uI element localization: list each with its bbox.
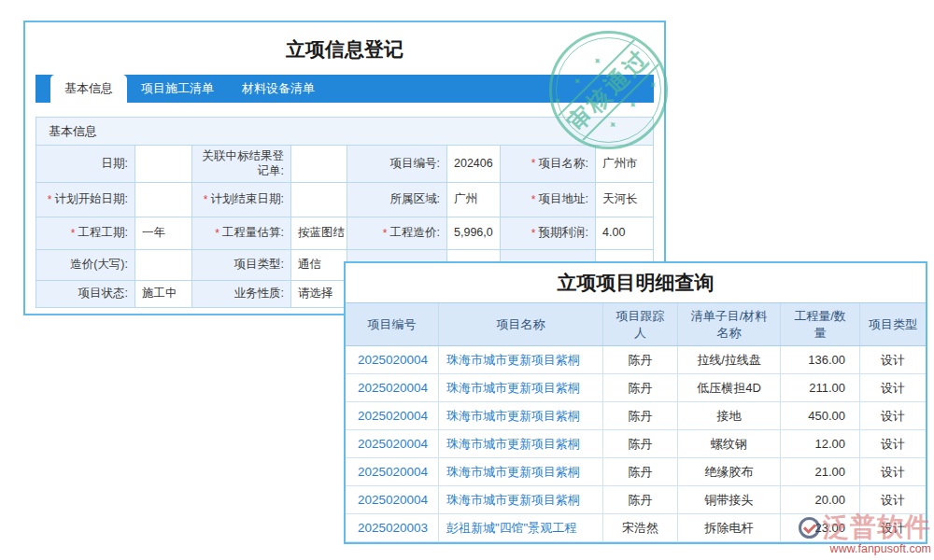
tracker-cell: 陈丹 <box>603 374 678 402</box>
expected-profit-label: *预期利润: <box>501 217 596 250</box>
type-cell: 设计 <box>860 374 926 402</box>
tracker-cell: 陈丹 <box>603 346 678 374</box>
project-code-link[interactable]: 2025020004 <box>346 430 439 458</box>
col-header-item-material: 清单子目/材料名称 <box>678 303 781 345</box>
tab-construction-list[interactable]: 项目施工清单 <box>127 75 228 103</box>
item-cell: 拆除电杆 <box>678 514 781 542</box>
project-address-field[interactable]: 天河长 <box>596 183 653 217</box>
col-header-project-name: 项目名称 <box>439 303 603 345</box>
duration-field[interactable]: 一年 <box>135 217 192 250</box>
project-name-link[interactable]: 珠海市城市更新项目紫桐 <box>439 458 603 486</box>
tracker-cell: 陈丹 <box>603 430 678 458</box>
item-cell: 铜带接头 <box>678 486 781 514</box>
project-code-link[interactable]: 2025020004 <box>346 346 439 374</box>
col-header-project-code: 项目编号 <box>346 303 439 345</box>
table-header-row: 项目编号 项目名称 项目跟踪人 清单子目/材料名称 工程量/数量 项目类型 <box>346 302 926 346</box>
type-cell: 设计 <box>860 430 926 458</box>
col-header-type: 项目类型 <box>860 303 926 345</box>
table-row: 2025020004 珠海市城市更新项目紫桐 陈丹 低压横担4D 211.00 … <box>346 374 926 402</box>
business-nature-label: 业务性质: <box>192 281 291 307</box>
plan-end-date-label: *计划结束日期: <box>192 183 291 217</box>
quantity-cell: 21.00 <box>781 458 860 486</box>
form-row: *计划开始日期: *计划结束日期: 所属区域: 广州 *项目地址: 天河长 <box>36 183 653 217</box>
project-name-link[interactable]: 珠海市城市更新项目紫桐 <box>439 486 603 514</box>
registration-title: 立项信息登记 <box>25 36 664 63</box>
region-label: 所属区域: <box>347 183 447 217</box>
cost-in-words-field[interactable] <box>135 250 192 281</box>
quantity-estimate-field[interactable]: 按蓝图结 <box>291 217 347 250</box>
table-row: 2025020004 珠海市城市更新项目紫桐 陈丹 铜带接头 20.00 设计 <box>346 486 926 514</box>
project-code-link[interactable]: 2025020004 <box>346 486 439 514</box>
item-cell: 接地 <box>678 402 781 430</box>
table-row: 2025020003 彭祖新城"四馆"景观工程 宋浩然 拆除电杆 23.00 设… <box>346 514 926 542</box>
project-status-field[interactable]: 施工中 <box>135 281 192 307</box>
plan-end-date-field[interactable] <box>291 183 347 217</box>
business-nature-select[interactable]: 请选择 <box>291 281 347 307</box>
duration-label: *工程工期: <box>36 217 135 250</box>
tab-bar: 基本信息 项目施工清单 材料设备清单 <box>35 75 654 103</box>
item-cell: 螺纹钢 <box>678 430 781 458</box>
table-row: 2025020004 珠海市城市更新项目紫桐 陈丹 接地 450.00 设计 <box>346 402 926 430</box>
project-code-label: 项目编号: <box>347 146 447 183</box>
quantity-cell: 23.00 <box>781 514 860 542</box>
tab-basic-info[interactable]: 基本信息 <box>50 75 127 103</box>
plan-start-date-field[interactable] <box>135 183 192 217</box>
date-field[interactable] <box>135 146 192 183</box>
tracker-cell: 陈丹 <box>603 458 678 486</box>
type-cell: 设计 <box>860 486 926 514</box>
detail-query-title: 立项项目明细查询 <box>346 263 926 302</box>
project-status-label: 项目状态: <box>36 281 135 307</box>
project-code-link[interactable]: 2025020003 <box>346 514 439 542</box>
project-name-link[interactable]: 彭祖新城"四馆"景观工程 <box>439 514 603 542</box>
tracker-cell: 陈丹 <box>603 486 678 514</box>
project-cost-field[interactable]: 5,996,0 <box>447 217 501 250</box>
plan-start-date-label: *计划开始日期: <box>36 183 135 217</box>
quantity-cell: 136.00 <box>781 346 860 374</box>
project-code-link[interactable]: 2025020004 <box>346 374 439 402</box>
project-name-label: *项目名称: <box>501 146 596 183</box>
item-cell: 绝缘胶布 <box>678 458 781 486</box>
type-cell: 设计 <box>860 458 926 486</box>
type-cell: 设计 <box>860 514 926 542</box>
project-type-field[interactable]: 通信 <box>291 250 347 281</box>
detail-query-panel: 立项项目明细查询 项目编号 项目名称 项目跟踪人 清单子目/材料名称 工程量/数… <box>344 261 927 544</box>
table-row: 2025020004 珠海市城市更新项目紫桐 陈丹 螺纹钢 12.00 设计 <box>346 430 926 458</box>
watermark-url: www.fanpusoft.com <box>799 542 931 555</box>
table-row: 2025020004 珠海市城市更新项目紫桐 陈丹 拉线/拉线盘 136.00 … <box>346 346 926 374</box>
project-name-field[interactable]: 广州市 <box>596 146 653 183</box>
item-cell: 拉线/拉线盘 <box>678 346 781 374</box>
expected-profit-field[interactable]: 4.00 <box>596 217 653 250</box>
quantity-cell: 450.00 <box>781 402 860 430</box>
item-cell: 低压横担4D <box>678 374 781 402</box>
project-code-link[interactable]: 2025020004 <box>346 402 439 430</box>
project-code-field[interactable]: 202406 <box>447 146 501 183</box>
quantity-cell: 20.00 <box>781 486 860 514</box>
table-row: 2025020004 珠海市城市更新项目紫桐 陈丹 绝缘胶布 21.00 设计 <box>346 458 926 486</box>
date-label: 日期: <box>36 146 135 183</box>
project-cost-label: *工程造价: <box>347 217 447 250</box>
project-code-link[interactable]: 2025020004 <box>346 458 439 486</box>
tab-material-equipment-list[interactable]: 材料设备清单 <box>228 75 329 103</box>
section-header-basic-info: 基本信息 <box>35 117 654 146</box>
quantity-cell: 12.00 <box>781 430 860 458</box>
cost-in-words-label: 造价(大写): <box>36 250 135 281</box>
project-name-link[interactable]: 珠海市城市更新项目紫桐 <box>439 374 603 402</box>
bid-result-field[interactable] <box>291 146 347 183</box>
project-name-link[interactable]: 珠海市城市更新项目紫桐 <box>439 346 603 374</box>
type-cell: 设计 <box>860 402 926 430</box>
region-field[interactable]: 广州 <box>447 183 501 217</box>
tracker-cell: 宋浩然 <box>603 514 678 542</box>
project-address-label: *项目地址: <box>501 183 596 217</box>
col-header-tracker: 项目跟踪人 <box>603 303 678 345</box>
quantity-cell: 211.00 <box>781 374 860 402</box>
quantity-estimate-label: *工程量估算: <box>192 217 291 250</box>
form-row: *工程工期: 一年 *工程量估算: 按蓝图结 *工程造价: 5,996,0 *预… <box>36 217 653 250</box>
type-cell: 设计 <box>860 346 926 374</box>
col-header-quantity: 工程量/数量 <box>781 303 860 345</box>
form-row: 日期: 关联中标结果登记单: 项目编号: 202406 *项目名称: 广州市 <box>36 146 653 183</box>
tracker-cell: 陈丹 <box>603 402 678 430</box>
project-type-label: 项目类型: <box>192 250 291 281</box>
bid-result-label: 关联中标结果登记单: <box>192 146 291 183</box>
project-name-link[interactable]: 珠海市城市更新项目紫桐 <box>439 402 603 430</box>
project-name-link[interactable]: 珠海市城市更新项目紫桐 <box>439 430 603 458</box>
